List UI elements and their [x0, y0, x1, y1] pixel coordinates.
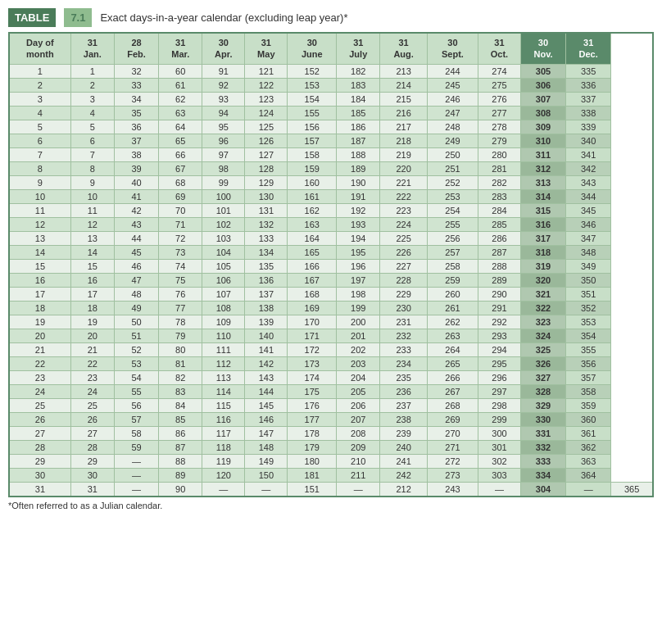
table-cell: 185 — [337, 106, 380, 120]
col-feb: 28Feb. — [114, 33, 158, 64]
table-cell: 75 — [159, 273, 202, 287]
table-cell: — — [202, 482, 245, 497]
table-row: 55366495125156186217248278309339 — [9, 120, 653, 134]
table-cell: 235 — [380, 370, 428, 384]
table-cell: 136 — [245, 273, 288, 287]
table-cell: 7 — [70, 147, 114, 161]
table-cell: 219 — [380, 147, 428, 161]
table-cell: 117 — [202, 426, 245, 440]
table-cell: 250 — [427, 147, 478, 161]
table-cell: 353 — [565, 315, 610, 329]
table-cell: 12 — [9, 217, 70, 231]
table-cell: 77 — [159, 301, 202, 315]
table-cell: 84 — [159, 398, 202, 412]
table-row: 66376596126157187218249279310340 — [9, 134, 653, 147]
table-cell: 139 — [245, 315, 288, 329]
table-cell: 126 — [245, 134, 288, 147]
table-cell: 198 — [337, 287, 380, 301]
table-cell: 343 — [565, 175, 610, 189]
table-cell: 242 — [380, 468, 428, 482]
table-cell: 302 — [478, 454, 520, 468]
table-cell: 256 — [427, 231, 478, 245]
table-cell: 79 — [159, 329, 202, 342]
table-cell: 365 — [611, 482, 653, 497]
table-cell: 213 — [380, 64, 428, 78]
table-row: 33346293123154184215246276307337 — [9, 92, 653, 106]
table-cell: 120 — [202, 468, 245, 482]
table-cell: 148 — [245, 440, 288, 454]
table-cell: 87 — [159, 440, 202, 454]
table-cell: 152 — [288, 64, 337, 78]
table-cell: 182 — [337, 64, 380, 78]
table-cell: 328 — [521, 384, 566, 398]
table-row: 99406899129160190221252282313343 — [9, 175, 653, 189]
table-cell: 204 — [337, 370, 380, 384]
table-cell: 279 — [478, 134, 520, 147]
table-cell: 73 — [159, 245, 202, 259]
table-row: 11326091121152182213244274305335 — [9, 64, 653, 78]
table-cell: 47 — [114, 273, 158, 287]
table-cell: 344 — [565, 189, 610, 203]
table-cell: 244 — [427, 64, 478, 78]
table-cell: 2 — [70, 78, 114, 92]
table-cell: 91 — [202, 64, 245, 78]
table-cell: 104 — [202, 245, 245, 259]
table-cell: 189 — [337, 161, 380, 175]
table-cell: 216 — [380, 106, 428, 120]
table-cell: 129 — [245, 175, 288, 189]
table-cell: 145 — [245, 398, 288, 412]
table-cell: 356 — [565, 356, 610, 370]
table-cell: 325 — [521, 342, 566, 356]
table-cell: 243 — [427, 482, 478, 497]
table-cell: 63 — [159, 106, 202, 120]
table-cell: 255 — [427, 217, 478, 231]
table-cell: 39 — [114, 161, 158, 175]
table-cell: 269 — [427, 412, 478, 426]
table-cell: 186 — [337, 120, 380, 134]
table-cell: 153 — [288, 78, 337, 92]
table-cell: 221 — [380, 175, 428, 189]
table-cell: 69 — [159, 189, 202, 203]
table-cell: 6 — [70, 134, 114, 147]
table-cell: 31 — [9, 482, 70, 497]
table-cell: 215 — [380, 92, 428, 106]
table-cell: 5 — [70, 120, 114, 134]
table-cell: 20 — [9, 329, 70, 342]
table-row: 28285987118148179209240271301332362 — [9, 440, 653, 454]
table-cell: 296 — [478, 370, 520, 384]
table-cell: 78 — [159, 315, 202, 329]
table-cell: 291 — [478, 301, 520, 315]
table-cell: 299 — [478, 412, 520, 426]
table-cell: 35 — [114, 106, 158, 120]
table-cell: 27 — [9, 426, 70, 440]
table-cell: 142 — [245, 356, 288, 370]
table-cell: 348 — [565, 245, 610, 259]
table-cell: 14 — [70, 245, 114, 259]
table-cell: 237 — [380, 398, 428, 412]
table-cell: 264 — [427, 342, 478, 356]
table-row: 16164775106136167197228259289320350 — [9, 273, 653, 287]
table-row: 17174876107137168198229260290321351 — [9, 287, 653, 301]
table-cell: 274 — [478, 64, 520, 78]
table-cell: 25 — [70, 398, 114, 412]
table-cell: — — [114, 468, 158, 482]
table-cell: 29 — [70, 454, 114, 468]
table-cell: 11 — [70, 203, 114, 217]
col-oct: 31Oct. — [478, 33, 520, 64]
table-cell: 193 — [337, 217, 380, 231]
table-cell: 210 — [337, 454, 380, 468]
table-cell: 113 — [202, 370, 245, 384]
table-cell: 64 — [159, 120, 202, 134]
table-cell: 277 — [478, 106, 520, 120]
table-cell: 46 — [114, 259, 158, 273]
table-cell: 354 — [565, 329, 610, 342]
table-cell: 184 — [337, 92, 380, 106]
table-cell: 161 — [288, 189, 337, 203]
table-cell: 227 — [380, 259, 428, 273]
table-cell: 212 — [380, 482, 428, 497]
table-cell: 100 — [202, 189, 245, 203]
table-cell: 19 — [70, 315, 114, 329]
table-cell: 169 — [288, 301, 337, 315]
table-cell: 55 — [114, 384, 158, 398]
table-cell: 321 — [521, 287, 566, 301]
